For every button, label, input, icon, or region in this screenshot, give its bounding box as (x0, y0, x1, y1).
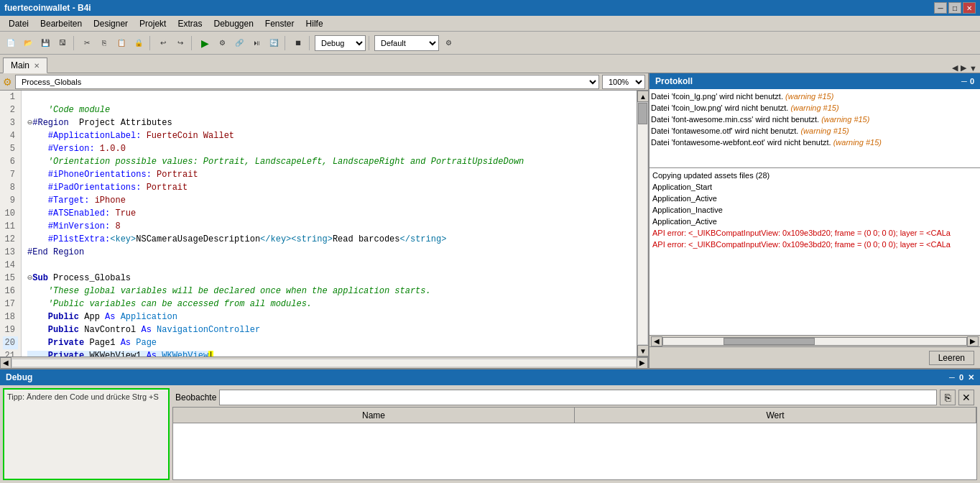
tab-bar: Main ✕ ◀ ▶ ▼ (0, 55, 980, 73)
protokoll-hscroll-thumb[interactable] (724, 338, 815, 345)
protokoll-zero[interactable]: 0 (970, 77, 974, 86)
tb-new[interactable]: 📄 (3, 35, 19, 51)
tab-main[interactable]: Main ✕ (3, 58, 47, 73)
scroll-thumb[interactable] (638, 103, 647, 124)
tb-paste[interactable]: 📋 (114, 35, 129, 51)
tab-label: Main (11, 60, 29, 70)
sep4 (285, 36, 287, 50)
warning-1: Datei 'fcoin_lg.png' wird nicht benutzt.… (651, 91, 979, 102)
menu-designer[interactable]: Designer (88, 17, 134, 30)
tb-connect[interactable]: 🔗 (231, 35, 247, 51)
debug-controls: ─ 0 ✕ (949, 373, 974, 382)
module-select[interactable]: Process_Globals (15, 75, 599, 89)
sep1 (73, 36, 76, 50)
menu-debuggen[interactable]: Debuggen (208, 17, 259, 30)
tb-layout-settings[interactable]: ⚙ (440, 35, 456, 51)
code-editor[interactable]: 1 2 3 4 5 6 7 8 9 10 11 12 13 14 (0, 91, 637, 356)
warning-3: Datei 'font-awesome.min.css' wird nicht … (651, 114, 979, 125)
hscroll-track[interactable] (11, 359, 637, 367)
tb-open[interactable]: 📂 (20, 35, 36, 51)
scroll-track[interactable] (637, 102, 648, 345)
pscroll-right[interactable]: ▶ (967, 336, 979, 346)
debug-header: Debug ─ 0 ✕ (0, 369, 980, 385)
editor-hscroll[interactable]: ◀ ▶ (0, 356, 648, 368)
sep3 (191, 36, 194, 50)
menu-bar: Datei Bearbeiten Designer Projekt Extras… (0, 16, 980, 32)
editor-vscroll[interactable]: ▲ ▼ (637, 91, 648, 356)
debug-content: Tipp: Ändere den Code und drücke Strg +S… (0, 385, 980, 483)
main-layout: Main ✕ ◀ ▶ ▼ ⚙ Process_Globals 100% 75% … (0, 55, 980, 483)
pscroll-left[interactable]: ◀ (651, 336, 662, 346)
menu-hilfe[interactable]: Hilfe (300, 17, 329, 30)
leeren-button[interactable]: Leeren (929, 351, 974, 365)
protokoll-title: Protokoll (655, 76, 693, 86)
scroll-up-btn[interactable]: ▲ (637, 91, 648, 102)
log-4: Application_Inactive (652, 204, 977, 216)
tb-save2[interactable]: 🖫 (55, 35, 70, 51)
line-numbers: 1 2 3 4 5 6 7 8 9 10 11 12 13 14 (0, 91, 22, 356)
log-1: Copying updated assets files (28) (652, 170, 977, 181)
close-button[interactable]: ✕ (963, 2, 976, 14)
layout-select[interactable]: Default (374, 35, 439, 51)
debug-watch-copy-btn[interactable]: ⎘ (940, 390, 956, 405)
col-wert: Wert (575, 408, 976, 423)
debug-close[interactable]: ✕ (968, 373, 974, 382)
content-area: ⚙ Process_Globals 100% 75% 125% 1 2 3 4 (0, 73, 980, 368)
tb-run[interactable]: ▶ (197, 35, 213, 51)
tab-nav: ◀ ▶ ▼ (952, 63, 977, 73)
editor-wrapper: 1 2 3 4 5 6 7 8 9 10 11 12 13 14 (0, 91, 648, 356)
app-title: fuertecoinwallet - B4i (4, 3, 91, 13)
sep5 (309, 36, 312, 50)
sep2 (149, 36, 152, 50)
log-7: API error: <_UIKBCompatInputView: 0x109e… (652, 239, 977, 250)
debug-config-select[interactable]: Debug Release (315, 35, 366, 51)
debug-watch-label: Beobachte (175, 392, 216, 402)
window-controls: ─ □ ✕ (934, 2, 976, 14)
menu-projekt[interactable]: Projekt (134, 17, 172, 30)
protokoll-scrollbar[interactable]: ◀ ▶ (650, 335, 980, 346)
module-icon: ⚙ (3, 76, 12, 88)
tb-cut[interactable]: ✂ (79, 35, 95, 51)
tb-copy[interactable]: ⎘ (96, 35, 112, 51)
log-2: Application_Start (652, 181, 977, 193)
tab-menu-btn[interactable]: ▼ (969, 64, 977, 73)
menu-datei[interactable]: Datei (3, 17, 34, 30)
debug-collapse[interactable]: ─ (949, 373, 955, 382)
menu-extras[interactable]: Extras (172, 17, 208, 30)
code-content[interactable]: 'Code module ⊖#Region Project Attributes… (22, 91, 637, 356)
zoom-select[interactable]: 100% 75% 125% (602, 75, 645, 89)
debug-tip: Tipp: Ändere den Code und drücke Strg +S (3, 388, 170, 480)
tab-prev-btn[interactable]: ◀ (952, 63, 958, 73)
editor-panel: ⚙ Process_Globals 100% 75% 125% 1 2 3 4 (0, 73, 650, 368)
menu-bearbeiten[interactable]: Bearbeiten (34, 17, 88, 30)
debug-table: Name Wert (172, 407, 977, 480)
menu-fenster[interactable]: Fenster (259, 17, 300, 30)
protokoll-hscroll[interactable] (662, 337, 967, 346)
tb-lock[interactable]: 🔒 (131, 35, 147, 51)
tb-refresh[interactable]: 🔄 (266, 35, 282, 51)
tb-save[interactable]: 💾 (37, 35, 53, 51)
tb-extra1[interactable]: ⏹ (290, 35, 306, 51)
tb-undo[interactable]: ↩ (155, 35, 171, 51)
warning-2: Datei 'fcoin_low.png' wird nicht benutzt… (651, 102, 979, 114)
tb-tools[interactable]: ⚙ (214, 35, 230, 51)
editor-toolbar: ⚙ Process_Globals 100% 75% 125% (0, 73, 648, 91)
tb-debug[interactable]: ⏯ (249, 35, 264, 51)
debug-watch-close-btn[interactable]: ✕ (958, 390, 974, 405)
tb-redo[interactable]: ↪ (172, 35, 188, 51)
protokoll-log: Copying updated assets files (28) Applic… (650, 168, 980, 335)
debug-zero[interactable]: 0 (959, 373, 963, 382)
protokoll-min[interactable]: ─ (961, 77, 967, 86)
tab-next-btn[interactable]: ▶ (961, 63, 966, 73)
protokoll-warnings: Datei 'fcoin_lg.png' wird nicht benutzt.… (650, 89, 980, 168)
maximize-button[interactable]: □ (948, 2, 961, 14)
hscroll-right-btn[interactable]: ▶ (637, 357, 648, 369)
toolbar: 📄 📂 💾 🖫 ✂ ⎘ 📋 🔒 ↩ ↪ ▶ ⚙ 🔗 ⏯ 🔄 ⏹ Debug Re… (0, 32, 980, 55)
debug-watch-input[interactable] (219, 390, 937, 405)
hscroll-left-btn[interactable]: ◀ (0, 357, 11, 369)
scroll-down-btn[interactable]: ▼ (637, 345, 648, 356)
debug-right: Beobachte ⎘ ✕ Name Wert (172, 388, 977, 480)
minimize-button[interactable]: ─ (934, 2, 947, 14)
tab-close-btn[interactable]: ✕ (34, 62, 40, 70)
log-6: API error: <_UIKBCompatInputView: 0x109e… (652, 227, 977, 239)
